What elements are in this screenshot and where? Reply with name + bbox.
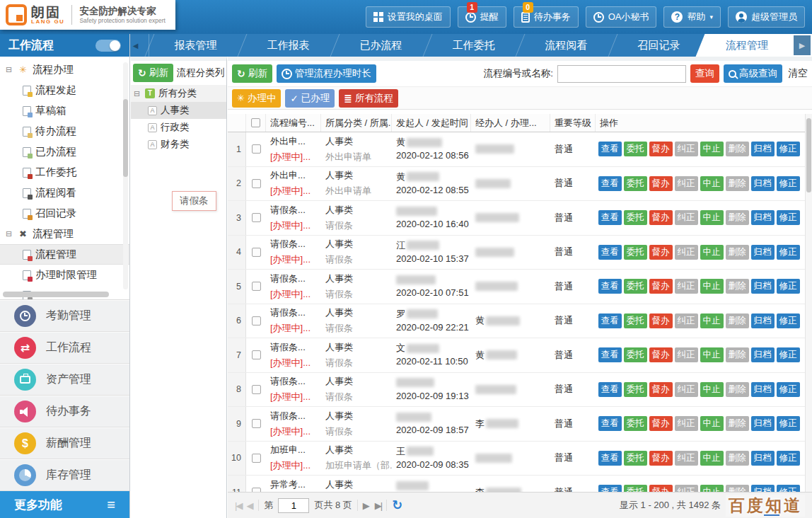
tab-work-report[interactable]: 工作报表 bbox=[242, 34, 335, 57]
sidebar-item-flow-management[interactable]: 流程管理 bbox=[0, 244, 129, 265]
delegate-button[interactable]: 委托 bbox=[624, 382, 647, 397]
supervise-button[interactable]: 督办 bbox=[649, 142, 673, 156]
amend-button[interactable]: 修正 bbox=[777, 451, 800, 466]
row-checkbox[interactable] bbox=[252, 213, 261, 222]
view-button[interactable]: 查看 bbox=[598, 313, 622, 328]
manage-duration-button[interactable]: 管理流程办理时长 bbox=[277, 64, 376, 83]
delegate-button[interactable]: 委托 bbox=[624, 142, 647, 156]
correct-button[interactable]: 纠正 bbox=[675, 485, 698, 492]
delete-button[interactable]: 删除 bbox=[726, 176, 749, 191]
tab-flow-management[interactable]: 流程管理 bbox=[705, 34, 789, 57]
delete-button[interactable]: 删除 bbox=[726, 142, 749, 156]
page-number-input[interactable] bbox=[278, 498, 309, 513]
row-checkbox[interactable] bbox=[252, 179, 261, 188]
sidebar-item-time-limit-management[interactable]: 办理时限管理 bbox=[0, 265, 129, 285]
select-all-checkbox[interactable] bbox=[251, 118, 260, 127]
correct-button[interactable]: 纠正 bbox=[675, 313, 698, 328]
query-button[interactable]: 查询 bbox=[690, 64, 719, 83]
sidebar-item-flow-review[interactable]: 流程阅看 bbox=[0, 183, 129, 203]
next-page-button[interactable] bbox=[363, 501, 370, 510]
tab-scroll-left-icon[interactable] bbox=[130, 34, 141, 57]
suspend-button[interactable]: 中止 bbox=[700, 313, 724, 328]
amend-button[interactable]: 修正 bbox=[777, 313, 800, 328]
tab-scroll-right-icon[interactable] bbox=[794, 35, 811, 55]
correct-button[interactable]: 纠正 bbox=[675, 210, 698, 225]
amend-button[interactable]: 修正 bbox=[777, 245, 800, 260]
delegate-button[interactable]: 委托 bbox=[624, 485, 647, 492]
delete-button[interactable]: 删除 bbox=[726, 451, 749, 466]
tab-finished-flows[interactable]: 已办流程 bbox=[335, 34, 427, 57]
delete-button[interactable]: 删除 bbox=[726, 485, 749, 492]
amend-button[interactable]: 修正 bbox=[777, 210, 800, 225]
delegate-button[interactable]: 委托 bbox=[624, 313, 647, 328]
delete-button[interactable]: 删除 bbox=[726, 313, 749, 328]
expander-icon[interactable] bbox=[134, 90, 141, 98]
view-button[interactable]: 查看 bbox=[598, 347, 622, 362]
module-attendance[interactable]: 考勤管理 bbox=[0, 300, 129, 332]
supervise-button[interactable]: 督办 bbox=[649, 485, 673, 492]
module-inventory[interactable]: 库存管理 bbox=[0, 459, 129, 491]
category-hr-category[interactable]: 人事类 bbox=[131, 102, 226, 119]
desktop-settings-button[interactable]: 设置我的桌面 bbox=[366, 6, 451, 28]
sidebar-scrollbar-thumb[interactable] bbox=[123, 99, 128, 177]
amend-button[interactable]: 修正 bbox=[777, 485, 800, 492]
view-button[interactable]: 查看 bbox=[598, 451, 622, 466]
first-page-button[interactable] bbox=[235, 501, 241, 510]
delegate-button[interactable]: 委托 bbox=[624, 416, 647, 431]
super-admin-button[interactable]: 超级管理员 bbox=[728, 6, 805, 28]
suspend-button[interactable]: 中止 bbox=[700, 416, 724, 431]
correct-button[interactable]: 纠正 bbox=[675, 279, 698, 294]
table-scrollbar-thumb[interactable] bbox=[806, 118, 811, 192]
delete-button[interactable]: 删除 bbox=[726, 279, 749, 294]
amend-button[interactable]: 修正 bbox=[777, 279, 800, 294]
sidebar-item-pending-flows[interactable]: 待办流程 bbox=[0, 121, 129, 142]
delete-button[interactable]: 删除 bbox=[726, 416, 749, 431]
correct-button[interactable]: 纠正 bbox=[675, 176, 698, 191]
correct-button[interactable]: 纠正 bbox=[675, 451, 698, 466]
advanced-query-button[interactable]: 高级查询 bbox=[724, 64, 782, 83]
module-payroll[interactable]: 薪酬管理 bbox=[0, 427, 129, 459]
category-all-categories[interactable]: 所有分类 bbox=[131, 85, 226, 102]
archive-button[interactable]: 归档 bbox=[751, 347, 775, 362]
sidebar-item-work-delegation[interactable]: 工作委托 bbox=[0, 162, 129, 183]
help-button[interactable]: 帮助 bbox=[663, 6, 721, 28]
suspend-button[interactable]: 中止 bbox=[700, 142, 724, 156]
pagination-refresh-icon[interactable] bbox=[392, 499, 402, 512]
archive-button[interactable]: 归档 bbox=[751, 451, 775, 466]
archive-button[interactable]: 归档 bbox=[751, 485, 775, 492]
view-button[interactable]: 查看 bbox=[598, 382, 622, 397]
archive-button[interactable]: 归档 bbox=[751, 245, 775, 260]
archive-button[interactable]: 归档 bbox=[751, 382, 775, 397]
row-checkbox[interactable] bbox=[252, 350, 261, 359]
supervise-button[interactable]: 督办 bbox=[649, 279, 673, 294]
correct-button[interactable]: 纠正 bbox=[675, 347, 698, 362]
correct-button[interactable]: 纠正 bbox=[675, 416, 698, 431]
delegate-button[interactable]: 委托 bbox=[624, 451, 647, 466]
prev-page-button[interactable] bbox=[246, 501, 253, 510]
search-input[interactable] bbox=[557, 65, 686, 83]
correct-button[interactable]: 纠正 bbox=[675, 142, 698, 156]
supervise-button[interactable]: 督办 bbox=[649, 245, 673, 260]
category-refresh-button[interactable]: 刷新 bbox=[133, 64, 173, 82]
view-button[interactable]: 查看 bbox=[598, 142, 622, 156]
todo-tasks-button[interactable]: 0待办事务 bbox=[514, 6, 579, 28]
filter-processing-button[interactable]: 办理中 bbox=[232, 89, 281, 108]
sidebar-toggle[interactable] bbox=[95, 40, 121, 52]
supervise-button[interactable]: 督办 bbox=[649, 210, 673, 225]
reminders-button[interactable]: 1提醒 bbox=[458, 6, 506, 28]
category-finance-category[interactable]: 财务类 bbox=[131, 136, 226, 153]
module-todo[interactable]: 待办事务 bbox=[0, 396, 129, 427]
suspend-button[interactable]: 中止 bbox=[700, 382, 724, 397]
filter-all-flows-button[interactable]: 所有流程 bbox=[339, 89, 398, 108]
archive-button[interactable]: 归档 bbox=[751, 279, 775, 294]
amend-button[interactable]: 修正 bbox=[777, 176, 800, 191]
amend-button[interactable]: 修正 bbox=[777, 347, 800, 362]
delegate-button[interactable]: 委托 bbox=[624, 210, 647, 225]
row-checkbox[interactable] bbox=[252, 282, 261, 291]
delete-button[interactable]: 删除 bbox=[726, 382, 749, 397]
delegate-button[interactable]: 委托 bbox=[624, 176, 647, 191]
tab-flow-review[interactable]: 流程阅看 bbox=[520, 34, 613, 57]
archive-button[interactable]: 归档 bbox=[751, 416, 775, 431]
row-checkbox[interactable] bbox=[252, 248, 261, 257]
module-assets[interactable]: 资产管理 bbox=[0, 364, 129, 396]
